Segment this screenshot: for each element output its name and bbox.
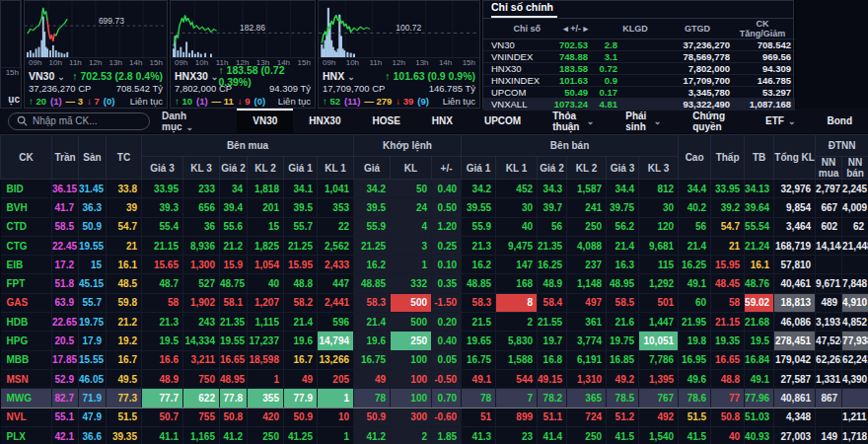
cell: 10 bbox=[318, 407, 354, 426]
col-san[interactable]: Sàn bbox=[79, 135, 107, 180]
index-name: VN30 bbox=[483, 39, 544, 51]
table-row-ctg[interactable]: CTG22.4519.552121.158,93621.21,82521.252… bbox=[1, 236, 868, 255]
cell: 27,003 bbox=[774, 426, 816, 444]
col-ban-kl3[interactable]: KL 3 bbox=[639, 157, 679, 180]
index-row-hnx30[interactable]: HNX30183.580.727,802,00094.309↑ 10_ 11↓ … bbox=[483, 63, 795, 75]
col-ban-gia2[interactable]: Giá 2 bbox=[538, 157, 567, 180]
cell: 48.45 bbox=[711, 274, 745, 293]
ticker-symbol[interactable]: BID bbox=[1, 180, 52, 198]
index-name-dropdown[interactable]: VN30⌄ bbox=[29, 70, 65, 82]
advancers: ↑ 52 bbox=[323, 96, 340, 107]
ticker-symbol[interactable]: CTD bbox=[1, 217, 52, 236]
ticker-symbol[interactable]: HDB bbox=[1, 313, 52, 332]
table-row-ctd[interactable]: CTD58.550.954.755.43655.61555.72255.941.… bbox=[1, 217, 868, 236]
cell: 40 bbox=[711, 426, 745, 444]
col-ban-kl1[interactable]: KL 1 bbox=[496, 157, 538, 180]
cell: 21.15 bbox=[142, 236, 183, 255]
decliners-floor: (0) bbox=[253, 96, 265, 107]
col-mua-kl2[interactable]: KL 2 bbox=[248, 157, 284, 180]
search-input[interactable] bbox=[33, 115, 141, 126]
ticker-symbol[interactable]: MBB bbox=[1, 350, 52, 369]
index-name-dropdown[interactable]: HNX⌄ bbox=[323, 70, 355, 82]
col-ban-gia1[interactable]: Giá 1 bbox=[462, 157, 496, 180]
ticker-symbol[interactable]: GAS bbox=[1, 293, 52, 312]
index-row-vn30[interactable]: VN30702.532.837,236,270708.542↑ 20_ 3↓ 7 bbox=[483, 39, 795, 51]
cell: 19.5 bbox=[745, 332, 774, 350]
col-ban-kl2[interactable]: KL 2 bbox=[567, 157, 607, 180]
cell: 1,818 bbox=[248, 180, 284, 198]
table-row-mbb[interactable]: MBB17.8515.5516.716.63,21116.6518,59816.… bbox=[1, 350, 868, 369]
table-row-fpt[interactable]: FPT51.845.1548.548.752748.754048.844748.… bbox=[1, 274, 868, 293]
col-nn-mua[interactable]: NN mua bbox=[816, 157, 842, 180]
ticker-symbol[interactable]: PLX bbox=[1, 426, 52, 444]
tab-thỏa-thuận[interactable]: Thỏa thuận⌄ bbox=[537, 109, 610, 133]
cell: 58.2 bbox=[284, 293, 318, 312]
cell: 49.1 bbox=[462, 369, 496, 388]
time-axis-label: 11h bbox=[369, 58, 382, 69]
time-axis-label: 09h bbox=[175, 58, 187, 69]
table-row-mwg[interactable]: MWG82.771.977.377.762277.835577.91781000… bbox=[1, 389, 868, 407]
col-cao[interactable]: Cao bbox=[679, 135, 711, 180]
table-row-msn[interactable]: MSN52.946.0549.548.975048.9514920549100-… bbox=[1, 369, 868, 388]
table-row-gas[interactable]: GAS63.955.759.8581,90258.11,20758.22,441… bbox=[1, 293, 868, 312]
index-row-upcom[interactable]: UPCOM50.490.173,345,78053.297↑ 75_ 776↓ … bbox=[483, 87, 795, 99]
col-thap[interactable]: Thấp bbox=[711, 135, 745, 180]
ticker-symbol[interactable]: BVH bbox=[1, 198, 52, 217]
col-nn-ban[interactable]: NN bán bbox=[842, 157, 868, 180]
tab-upcom[interactable]: UPCOM bbox=[469, 109, 537, 133]
tab-bond[interactable]: Bond bbox=[811, 109, 868, 133]
table-row-eib[interactable]: EIB17.21516.115.651,30015.91,05415.952,4… bbox=[1, 256, 868, 274]
ticker-symbol[interactable]: FPT bbox=[1, 274, 52, 293]
tab-chứng-quyền[interactable]: Chứng quyền bbox=[677, 109, 750, 133]
tab-chi-so-chinh[interactable]: Chỉ số chính bbox=[491, 1, 557, 18]
col-mua-gia2[interactable]: Giá 2 bbox=[220, 157, 248, 180]
tab-vn30[interactable]: VN30 bbox=[237, 109, 293, 133]
time-axis-label: 14h bbox=[129, 58, 142, 69]
col-tran[interactable]: Trần bbox=[52, 135, 79, 180]
col-khop-chg[interactable]: +/- bbox=[432, 157, 462, 180]
col-mua-kl1[interactable]: KL 1 bbox=[318, 157, 354, 180]
cell: 353 bbox=[318, 198, 354, 217]
tab-hose[interactable]: HOSE bbox=[357, 109, 416, 133]
ticker-symbol[interactable]: NVL bbox=[1, 407, 52, 426]
col-ck[interactable]: CK bbox=[1, 135, 52, 180]
col-khop-gia[interactable]: Giá bbox=[354, 157, 391, 180]
col-mua-gia1[interactable]: Giá 1 bbox=[284, 157, 318, 180]
ticker-symbol[interactable]: MSN bbox=[1, 369, 52, 388]
ticker-symbol[interactable]: HPG bbox=[1, 332, 52, 350]
ticker-symbol[interactable]: CTG bbox=[1, 236, 52, 255]
col-tc[interactable]: TC bbox=[107, 135, 142, 180]
col-ban-gia3[interactable]: Giá 3 bbox=[607, 157, 639, 180]
time-axis-label: 15h bbox=[463, 58, 475, 69]
cell: 250 bbox=[391, 332, 432, 350]
table-row-bid[interactable]: BID36.1531.4533.833.95233341,81834.11,04… bbox=[1, 180, 868, 198]
table-row-bvh[interactable]: BVH41.736.33939.365639.420139.535339.524… bbox=[1, 198, 868, 217]
ticker-search[interactable] bbox=[8, 112, 150, 130]
cell: 21.3 bbox=[142, 313, 183, 332]
table-row-hpg[interactable]: HPG20.517.919.219.514,33419.5517,23719.6… bbox=[1, 332, 868, 350]
tab-phái-sinh[interactable]: Phái sinh⌄ bbox=[610, 109, 677, 133]
col-mua-kl3[interactable]: KL 3 bbox=[183, 157, 220, 180]
col-tong-kl[interactable]: Tổng KL bbox=[774, 135, 816, 180]
table-row-plx[interactable]: PLX42.136.639.3541.11,16541.225041.25141… bbox=[1, 426, 868, 444]
chevron-down-icon: ⌄ bbox=[347, 72, 355, 82]
table-row-hdb[interactable]: HDB22.6519.7521.221.324321.351,11521.459… bbox=[1, 313, 868, 332]
index-row-vnindex[interactable]: VNINDEX748.883.178,569,778969.56↑ 214_ 5… bbox=[483, 51, 795, 63]
col-change[interactable]: ◂ +/- ▸ bbox=[544, 19, 592, 39]
cell: 1,165 bbox=[183, 426, 220, 444]
ticker-symbol[interactable]: MWG bbox=[1, 389, 52, 407]
col-khop-kl[interactable]: KL bbox=[391, 157, 432, 180]
cell: 19.55 bbox=[220, 332, 248, 350]
index-name-dropdown[interactable]: HNX30⌄ bbox=[175, 70, 218, 82]
tab-etf[interactable]: ETF⌄ bbox=[750, 109, 811, 133]
cell: 1.85 bbox=[432, 426, 462, 444]
table-row-nvl[interactable]: NVL55.147.951.550.775550.842050.91050.93… bbox=[1, 407, 868, 426]
col-mua-gia3[interactable]: Giá 3 bbox=[142, 157, 183, 180]
col-tb[interactable]: TB bbox=[745, 135, 774, 180]
watchlist-menu[interactable]: Danh mục⌄ bbox=[162, 111, 215, 132]
tab-hnx[interactable]: HNX bbox=[416, 109, 469, 133]
ticker-symbol[interactable]: EIB bbox=[1, 256, 52, 274]
tab-hnx30[interactable]: HNX30 bbox=[293, 109, 356, 133]
cell: 77.7 bbox=[142, 389, 183, 407]
index-row-hnxindex[interactable]: HNXINDEX101.630.917,709,700146.785↑ 52_ … bbox=[483, 75, 795, 87]
